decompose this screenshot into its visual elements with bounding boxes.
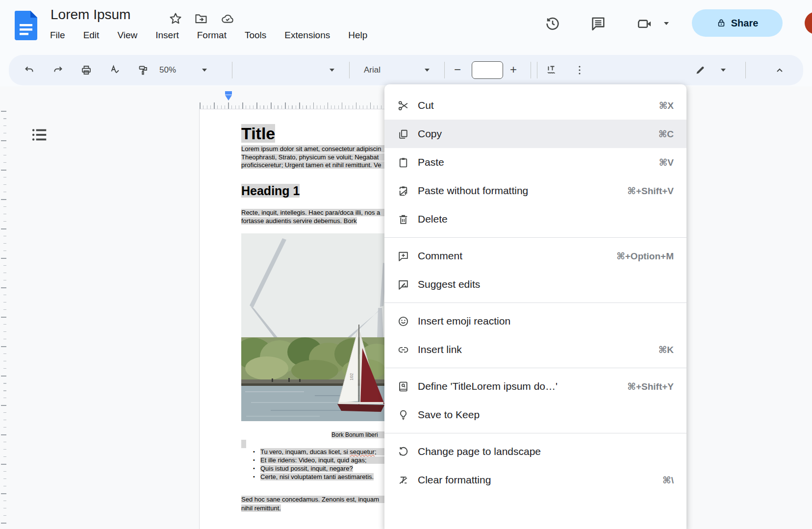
- menu-item-insert-emoji-reaction[interactable]: Insert emoji reaction: [384, 307, 686, 335]
- selection-fragment: [241, 440, 246, 448]
- header: Lorem Ipsum File Edit View Insert Format…: [0, 0, 812, 55]
- comments-icon[interactable]: [590, 15, 607, 32]
- toolbar: 50% Arial − +: [9, 55, 803, 85]
- menu-item-paste[interactable]: Paste ⌘V: [384, 148, 686, 176]
- menu-item-clear-formatting[interactable]: Clear formatting ⌘\: [384, 466, 686, 494]
- menu-item-label: Insert emoji reaction: [418, 315, 664, 327]
- menu-item-comment[interactable]: Comment ⌘+Option+M: [384, 242, 686, 270]
- misspelled-word: sequetur: [350, 448, 375, 455]
- toolbar-divider: [444, 62, 445, 78]
- toolbar-divider: [349, 62, 350, 78]
- decrease-font-size-button[interactable]: −: [454, 62, 461, 77]
- menu-item-label: Comment: [418, 250, 607, 262]
- trash-icon: [397, 213, 409, 226]
- menu-item-suggest-edits[interactable]: Suggest edits: [384, 270, 686, 299]
- menu-divider: [384, 368, 686, 368]
- menu-item-delete[interactable]: Delete: [384, 205, 686, 233]
- share-label: Share: [731, 18, 759, 29]
- show-outline-icon[interactable]: [29, 126, 49, 144]
- text-spacing-icon[interactable]: [545, 64, 557, 76]
- toolbar-divider: [531, 62, 531, 78]
- define-icon: [397, 380, 409, 393]
- meet-dropdown-caret[interactable]: [664, 22, 669, 25]
- share-button[interactable]: Share: [692, 9, 783, 37]
- lightbulb-icon: [397, 409, 409, 421]
- menu-item-label: Paste without formatting: [418, 185, 617, 197]
- menu-item-insert-link[interactable]: Insert link ⌘K: [384, 335, 686, 364]
- emoji-icon: [397, 315, 409, 327]
- menu-item-label: Copy: [418, 128, 649, 140]
- suggest-edits-icon: [397, 278, 409, 291]
- menu-extensions[interactable]: Extensions: [283, 29, 331, 42]
- meet-video-icon[interactable]: [636, 15, 653, 32]
- zoom-dropdown-caret[interactable]: [202, 69, 207, 72]
- menu-item-define[interactable]: Define 'TitleLorem ipsum do…' ⌘+Shift+Y: [384, 372, 686, 401]
- paint-format-icon[interactable]: [137, 64, 149, 76]
- undo-icon[interactable]: [24, 64, 35, 76]
- document-title[interactable]: Lorem Ipsum: [51, 7, 130, 23]
- doc-text-line: fortasse audientis servire debemus. Bork: [241, 217, 357, 225]
- menu-insert[interactable]: Insert: [154, 29, 180, 42]
- menu-item-change-page-to-landscape[interactable]: Change page to landscape: [384, 437, 686, 466]
- menu-item-label: Cut: [418, 100, 649, 111]
- menu-view[interactable]: View: [116, 29, 138, 42]
- editing-mode-caret[interactable]: [721, 69, 726, 72]
- cloud-saved-icon[interactable]: [221, 12, 234, 25]
- menu-file[interactable]: File: [49, 29, 66, 42]
- font-dropdown-caret[interactable]: [425, 69, 430, 72]
- menu-item-shortcut: ⌘+Shift+V: [627, 185, 674, 197]
- context-menu: Cut ⌘X Copy ⌘C Paste ⌘V: [384, 84, 686, 529]
- redo-icon[interactable]: [52, 64, 64, 76]
- menu-item-shortcut: ⌘C: [659, 128, 674, 140]
- menu-divider: [384, 302, 686, 303]
- menu-item-label: Change page to landscape: [418, 446, 664, 457]
- menu-item-shortcut: ⌘X: [659, 100, 674, 111]
- add-comment-icon: [397, 250, 409, 262]
- menu-help[interactable]: Help: [347, 29, 368, 42]
- toolbar-divider: [537, 62, 537, 78]
- print-icon[interactable]: [80, 64, 92, 76]
- menu-item-save-to-keep[interactable]: Save to Keep: [384, 401, 686, 429]
- menu-item-label: Insert link: [418, 344, 649, 355]
- zoom-value[interactable]: 50%: [159, 65, 176, 75]
- doc-bullet-item: •Certe, nisi voluptatem tanti aestimaret…: [253, 473, 374, 481]
- menu-format[interactable]: Format: [196, 29, 228, 42]
- menu-divider: [384, 237, 686, 238]
- hide-menus-chevron-icon[interactable]: [774, 64, 786, 76]
- vertical-ruler: [0, 111, 6, 529]
- more-options-icon[interactable]: [574, 64, 585, 76]
- menu-item-label: Define 'TitleLorem ipsum do…': [418, 380, 617, 392]
- font-size-input[interactable]: [472, 61, 503, 79]
- doc-bullet-item: •Et ille ridens: Video, inquit, quid aga…: [253, 456, 401, 464]
- menu-item-label: Suggest edits: [418, 278, 664, 290]
- menu-item-shortcut: ⌘+Shift+Y: [627, 381, 674, 392]
- font-family-value[interactable]: Arial: [364, 65, 381, 75]
- star-icon[interactable]: [169, 12, 182, 25]
- account-avatar[interactable]: [805, 12, 812, 34]
- version-history-icon[interactable]: [544, 15, 561, 32]
- doc-bullet-item: •Quis istud possit, inquit, negare?: [253, 464, 353, 473]
- lock-icon: [716, 18, 726, 28]
- menu-item-copy[interactable]: Copy ⌘C: [384, 120, 686, 148]
- menu-item-label: Delete: [418, 213, 664, 225]
- menu-item-label: Clear formatting: [418, 474, 653, 486]
- increase-font-size-button[interactable]: +: [510, 62, 517, 77]
- editing-mode-pen-icon[interactable]: [694, 64, 706, 76]
- menu-item-paste-without-formatting[interactable]: Paste without formatting ⌘+Shift+V: [384, 176, 686, 205]
- doc-title-heading: Title: [241, 124, 275, 143]
- rotate-page-icon: [397, 446, 409, 458]
- menu-tools[interactable]: Tools: [244, 29, 267, 42]
- styles-dropdown-caret[interactable]: [330, 69, 334, 72]
- menu-item-shortcut: ⌘\: [662, 475, 674, 486]
- move-to-folder-icon[interactable]: [194, 12, 208, 25]
- menu-item-cut[interactable]: Cut ⌘X: [384, 91, 686, 120]
- doc-heading-1: Heading 1: [241, 184, 300, 198]
- indent-marker[interactable]: [225, 91, 232, 102]
- spellcheck-icon[interactable]: [109, 64, 121, 76]
- menu-item-label: Save to Keep: [418, 409, 664, 421]
- copy-icon: [397, 128, 409, 140]
- docs-logo-icon[interactable]: [15, 11, 37, 40]
- menu-edit[interactable]: Edit: [82, 29, 101, 42]
- menu-divider: [384, 433, 686, 433]
- doc-inline-image[interactable]: 102: [241, 233, 386, 421]
